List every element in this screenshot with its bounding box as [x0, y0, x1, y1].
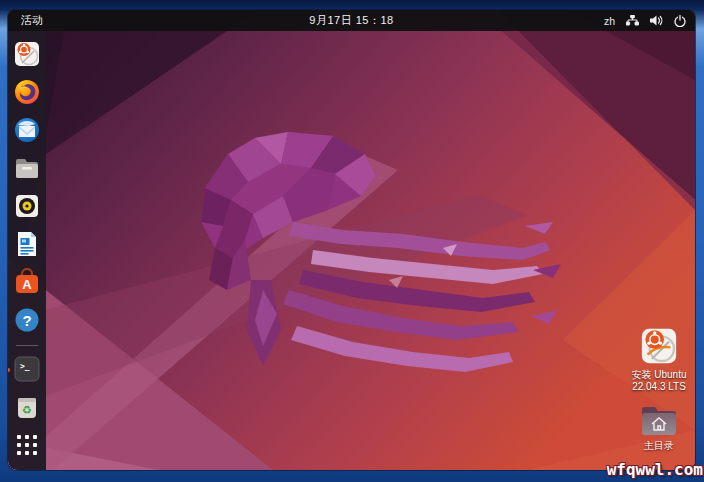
dock-item-ubuntu-software[interactable]: A: [12, 268, 42, 297]
app-grid-icon: [17, 435, 37, 455]
dock: A ? >_ ♻: [8, 31, 46, 470]
vm-window-frame: 活动 9月17日 15：18 zh: [0, 0, 704, 482]
install-ubuntu-icon: [13, 40, 41, 68]
svg-text:A: A: [22, 277, 32, 292]
install-ubuntu-label: 安装 Ubuntu 22.04.3 LTS: [631, 369, 686, 393]
system-status-area[interactable]: zh: [604, 15, 686, 27]
dock-divider: [16, 345, 38, 346]
jellyfish-wallpaper: [8, 10, 695, 470]
trash-icon: ♻: [14, 394, 40, 420]
firefox-icon: [13, 78, 41, 106]
desktop-icon-area: 安装 Ubuntu 22.04.3 LTS: [626, 326, 692, 452]
dock-item-firefox[interactable]: [12, 77, 42, 106]
terminal-icon: >_: [14, 356, 40, 382]
writer-icon: [13, 230, 41, 258]
desktop-icon-install-ubuntu[interactable]: 安装 Ubuntu 22.04.3 LTS: [631, 326, 686, 393]
thunderbird-icon: [13, 116, 41, 144]
help-icon: ?: [13, 306, 41, 334]
input-method-indicator[interactable]: zh: [604, 15, 615, 27]
home-folder-label: 主目录: [644, 440, 674, 452]
dock-item-files[interactable]: [12, 153, 42, 182]
power-icon: [674, 15, 686, 27]
dock-item-terminal[interactable]: >_: [12, 355, 42, 384]
ubuntu-software-icon: A: [13, 268, 41, 296]
show-applications-button[interactable]: [12, 431, 42, 460]
dock-item-install-ubuntu[interactable]: [12, 39, 42, 68]
home-folder-icon: [640, 405, 678, 437]
dock-item-libreoffice-writer[interactable]: [12, 229, 42, 258]
install-ubuntu-desktop-icon: [639, 326, 679, 366]
clock-menu[interactable]: 9月17日 15：18: [309, 13, 393, 28]
activities-button[interactable]: 活动: [21, 13, 43, 28]
volume-icon: [650, 15, 663, 26]
rhythmbox-icon: [13, 192, 41, 220]
watermark: wfqwwl.com: [607, 460, 703, 479]
svg-text:>_: >_: [20, 362, 30, 371]
running-indicator-dot: [8, 368, 10, 372]
svg-text:♻: ♻: [22, 404, 32, 416]
dock-item-trash[interactable]: ♻: [12, 393, 42, 422]
svg-text:?: ?: [22, 312, 31, 329]
dock-item-thunderbird[interactable]: [12, 115, 42, 144]
dock-item-help[interactable]: ?: [12, 306, 42, 335]
ubuntu-desktop: 活动 9月17日 15：18 zh: [8, 10, 695, 470]
dock-item-rhythmbox[interactable]: [12, 191, 42, 220]
desktop-icon-home[interactable]: 主目录: [640, 405, 678, 452]
files-icon: [13, 154, 41, 182]
top-bar: 活动 9月17日 15：18 zh: [8, 10, 695, 31]
network-icon: [626, 15, 639, 26]
